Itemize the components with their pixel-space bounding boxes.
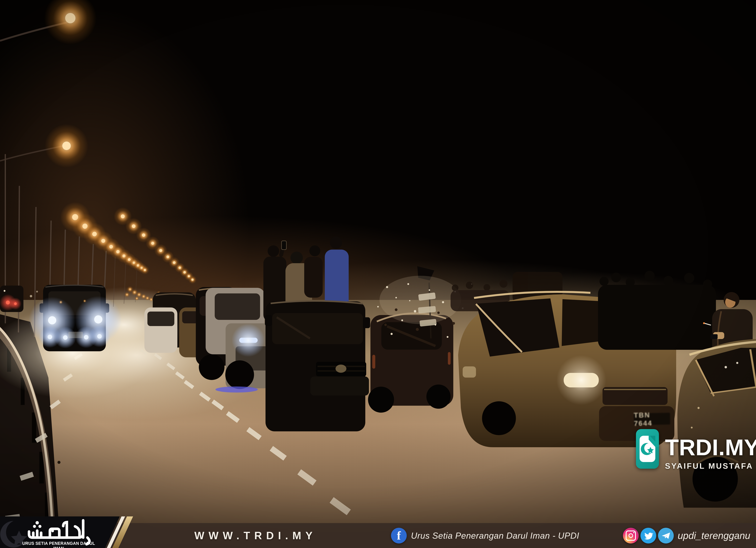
twitter-icon (640, 528, 656, 543)
license-plate-text: TBN 7644 (634, 410, 670, 427)
screenshot-root: TBN 7644 TRDI.MY SYAIFUL MUSTAFA (0, 0, 756, 548)
footer-facebook-label: Urus Setia Penerangan Darul Iman - UPDI (411, 523, 579, 548)
footer-social-handle: updi_terengganu (678, 523, 750, 548)
telegram-icon (658, 528, 674, 543)
facebook-glyph: f (397, 529, 401, 542)
watermark-brand: TRDI.MY (665, 436, 756, 459)
watermark: TRDI.MY SYAIFUL MUSTAFA (636, 429, 756, 470)
footer-website: WWW.TRDI.MY (184, 523, 327, 548)
updi-banner: URUS SETIA PENERANGAN DARUL IMAN (0, 516, 136, 548)
facebook-icon: f (391, 528, 407, 543)
trdi-logo-icon (636, 429, 659, 469)
instagram-icon (623, 528, 639, 543)
license-plate: TBN 7644 (634, 413, 670, 425)
updi-org-name: URUS SETIA PENERANGAN DARUL IMAN (22, 541, 96, 548)
watermark-credit: SYAIFUL MUSTAFA (665, 461, 756, 470)
